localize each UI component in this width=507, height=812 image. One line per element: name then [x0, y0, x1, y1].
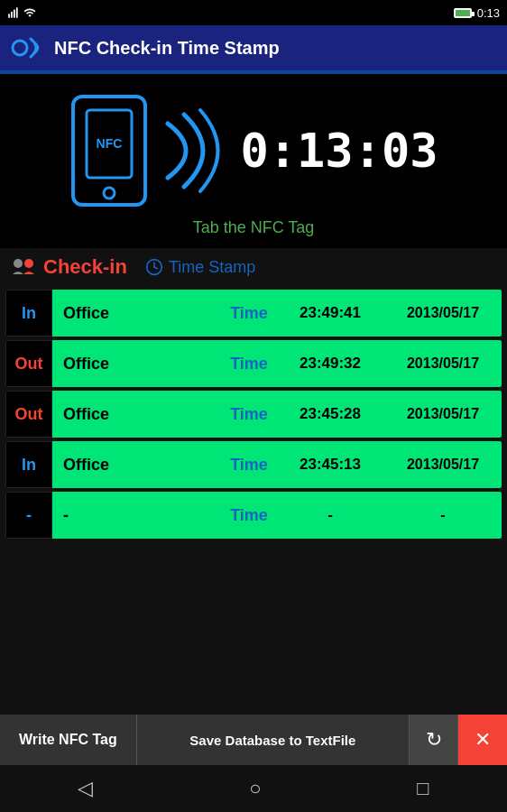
svg-point-9	[14, 259, 23, 268]
cell-location-2: Office	[52, 391, 222, 438]
refresh-icon: ↻	[426, 728, 442, 752]
cell-time-value-2: 23:45:28	[276, 391, 384, 438]
svg-rect-1	[11, 12, 13, 18]
svg-text:NFC: NFC	[97, 136, 123, 151]
phone-icon: NFC	[69, 92, 150, 209]
home-button[interactable]: ○	[249, 777, 261, 800]
app-title: NFC Check-in Time Stamp	[54, 38, 280, 59]
cell-inout-2: Out	[5, 391, 52, 438]
cell-time-label-4: Time	[222, 492, 276, 539]
cell-inout-4: -	[5, 492, 52, 539]
write-nfc-button[interactable]: Write NFC Tag	[0, 715, 137, 765]
bottom-buttons: Write NFC Tag Save Database to TextFile …	[0, 715, 507, 765]
cell-time-value-0: 23:49:41	[276, 290, 384, 337]
cell-inout-1: Out	[5, 340, 52, 387]
cell-location-4: -	[52, 492, 222, 539]
nfc-display-area: NFC 0:13:03	[0, 74, 507, 218]
status-time-battery: 0:13	[454, 6, 500, 20]
tap-instruction: Tab the NFC Tag	[0, 218, 507, 248]
cell-location-3: Office	[52, 441, 222, 488]
cell-time-value-3: 23:45:13	[276, 441, 384, 488]
status-bar: 0:13	[0, 0, 507, 25]
timestamp-label: Time Stamp	[145, 258, 255, 277]
table-row: - - Time - -	[5, 492, 502, 539]
cell-date-0: 2013/05/17	[384, 290, 502, 337]
cell-date-4: -	[384, 492, 502, 539]
svg-rect-2	[14, 10, 15, 18]
cell-time-label-3: Time	[222, 441, 276, 488]
cell-location-0: Office	[52, 290, 222, 337]
cell-date-1: 2013/05/17	[384, 340, 502, 387]
table-row: In Office Time 23:45:13 2013/05/17	[5, 441, 502, 488]
checkin-label: Check-in	[11, 255, 127, 279]
svg-point-10	[24, 259, 33, 268]
svg-rect-0	[8, 14, 10, 18]
refresh-button[interactable]: ↻	[410, 715, 458, 765]
cell-date-3: 2013/05/17	[384, 441, 502, 488]
cell-inout-0: In	[5, 290, 52, 337]
back-button[interactable]: ◁	[78, 777, 93, 800]
cell-time-label-1: Time	[222, 340, 276, 387]
clock-icon	[145, 258, 163, 276]
signal-icon	[7, 6, 20, 19]
table-row: In Office Time 23:49:41 2013/05/17	[5, 290, 502, 337]
cell-time-value-4: -	[276, 492, 384, 539]
wifi-icon	[23, 6, 36, 19]
nfc-logo	[11, 32, 43, 64]
table-row: Out Office Time 23:45:28 2013/05/17	[5, 391, 502, 438]
cell-location-1: Office	[52, 340, 222, 387]
checkin-table: In Office Time 23:49:41 2013/05/17 Out O…	[0, 286, 507, 546]
svg-rect-3	[16, 7, 18, 18]
checkin-icon	[11, 256, 36, 278]
table-row: Out Office Time 23:49:32 2013/05/17	[5, 340, 502, 387]
nfc-waves-icon	[159, 106, 222, 196]
svg-line-13	[154, 267, 157, 269]
checkin-header: Check-in Time Stamp	[0, 248, 507, 286]
save-database-button[interactable]: Save Database to TextFile	[137, 715, 410, 765]
svg-point-8	[104, 188, 115, 198]
nfc-logo-icon	[11, 32, 43, 64]
close-icon: ✕	[475, 728, 491, 752]
status-icons	[7, 6, 36, 19]
navigation-bar: ◁ ○ □	[0, 765, 507, 812]
title-bar: NFC Check-in Time Stamp	[0, 25, 507, 72]
cell-time-label-2: Time	[222, 391, 276, 438]
cell-inout-3: In	[5, 441, 52, 488]
svg-point-4	[13, 41, 27, 55]
recent-apps-button[interactable]: □	[417, 777, 429, 800]
timer-display: 0:13:03	[240, 124, 438, 178]
cell-time-value-1: 23:49:32	[276, 340, 384, 387]
cell-date-2: 2013/05/17	[384, 391, 502, 438]
cell-time-label-0: Time	[222, 290, 276, 337]
status-time: 0:13	[477, 6, 500, 20]
battery-icon	[454, 8, 472, 18]
close-button[interactable]: ✕	[458, 715, 507, 765]
